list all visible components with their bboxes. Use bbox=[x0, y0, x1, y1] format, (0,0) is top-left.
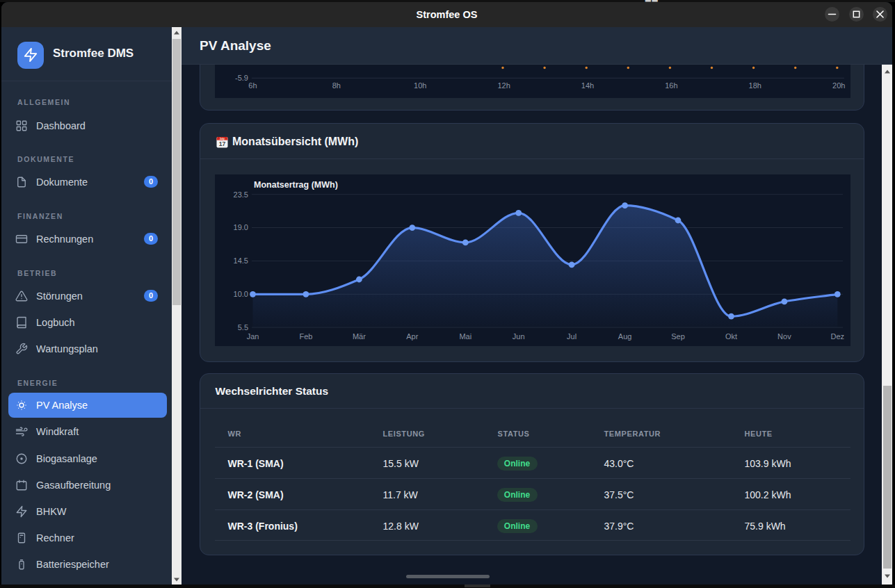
svg-text:Aug: Aug bbox=[618, 332, 631, 341]
svg-text:Apr: Apr bbox=[406, 332, 418, 341]
svg-text:8h: 8h bbox=[332, 81, 340, 90]
svg-text:Feb: Feb bbox=[299, 332, 312, 341]
svg-text:Mär: Mär bbox=[352, 332, 365, 341]
svg-text:14h: 14h bbox=[581, 81, 593, 90]
svg-text:16h: 16h bbox=[665, 81, 677, 90]
svg-text:5.5: 5.5 bbox=[237, 323, 248, 332]
svg-text:18h: 18h bbox=[748, 81, 761, 90]
svg-text:20h: 20h bbox=[832, 81, 845, 90]
svg-text:10h: 10h bbox=[414, 81, 426, 90]
svg-text:Mai: Mai bbox=[459, 332, 471, 341]
svg-text:-5.9: -5.9 bbox=[235, 74, 248, 82]
svg-text:17: 17 bbox=[218, 140, 225, 147]
svg-text:Nov: Nov bbox=[777, 332, 791, 341]
svg-text:12h: 12h bbox=[497, 81, 510, 90]
svg-text:Jul: Jul bbox=[567, 332, 576, 341]
svg-text:19.0: 19.0 bbox=[233, 223, 248, 231]
svg-text:14.5: 14.5 bbox=[233, 256, 248, 265]
svg-text:Jun: Jun bbox=[512, 332, 524, 341]
svg-text:Sep: Sep bbox=[671, 332, 685, 341]
svg-text:23.5: 23.5 bbox=[233, 190, 248, 199]
svg-text:6h: 6h bbox=[248, 81, 257, 90]
svg-text:Okt: Okt bbox=[725, 332, 736, 341]
svg-text:Monatsertrag (MWh): Monatsertrag (MWh) bbox=[254, 180, 338, 190]
svg-text:10.0: 10.0 bbox=[233, 290, 248, 298]
svg-text:Jan: Jan bbox=[246, 332, 259, 341]
svg-text:Dez: Dez bbox=[830, 332, 844, 341]
